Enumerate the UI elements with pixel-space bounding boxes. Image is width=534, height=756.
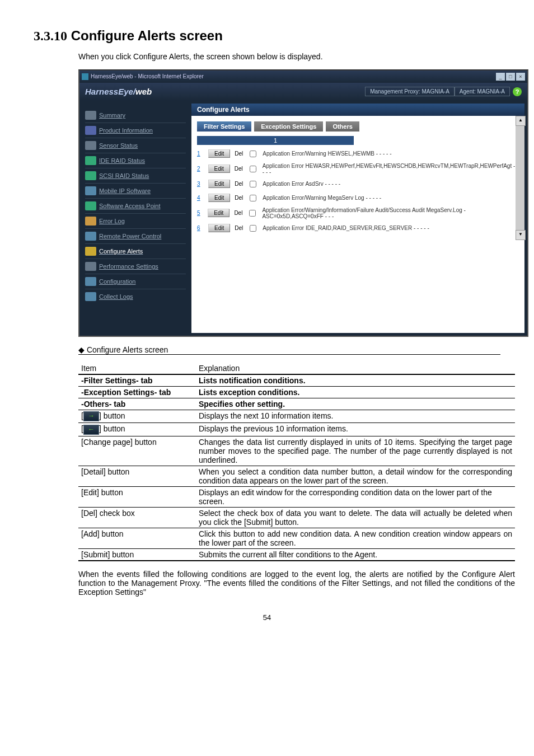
nav-label: Configuration: [99, 278, 135, 285]
row-text: Application Error/Warning HEWSEL,HEWMB -…: [263, 151, 391, 157]
scroll-up-button[interactable]: ▲: [516, 116, 526, 126]
del-checkbox[interactable]: [250, 225, 256, 232]
alert-row: 5 Edit Del Application Error/Warning/Inf…: [197, 206, 519, 220]
tab-others[interactable]: Others: [326, 121, 359, 132]
summary-icon: [85, 111, 96, 120]
footer-paragraph: When the events filled the following con…: [78, 570, 515, 597]
tab-filter-settings[interactable]: Filter Settings: [197, 121, 251, 132]
nav-ide-raid[interactable]: IDE RAID Status: [85, 154, 186, 167]
row-number-link[interactable]: 1: [197, 151, 204, 157]
nav-label: Collect Logs: [99, 293, 133, 300]
next-arrow-icon: →: [83, 411, 99, 421]
app-header: HarnessEye/web Management Proxy: MAGNIA-…: [79, 83, 527, 101]
col-header-explanation: Explanation: [196, 363, 515, 374]
error-log-icon: [85, 217, 96, 226]
button-suffix: button: [101, 411, 125, 420]
row-number-link[interactable]: 4: [197, 195, 204, 201]
scsi-raid-icon: [85, 171, 96, 180]
item-cell: [Change page] button: [78, 436, 196, 466]
button-suffix: button: [101, 424, 125, 433]
del-label: Del: [235, 151, 243, 157]
edit-button[interactable]: Edit: [208, 209, 229, 217]
row-text: Application Error/Warning MegaServ Log -…: [263, 195, 381, 201]
nav-collect-logs[interactable]: Collect Logs: [85, 290, 186, 303]
explanation-table: Item Explanation -Filter Settings- tab L…: [78, 363, 515, 561]
nav-software-ap[interactable]: Software Access Point: [85, 200, 186, 212]
prev-arrow-icon: ←: [83, 425, 99, 435]
edit-button[interactable]: Edit: [208, 165, 230, 173]
nav-scsi-raid[interactable]: SCSI RAID Status: [85, 170, 186, 182]
ie-icon: [82, 73, 88, 80]
del-label: Del: [235, 195, 243, 201]
nav-performance[interactable]: Performance Settings: [85, 260, 186, 273]
mobile-ip-icon: [85, 186, 96, 195]
edit-button[interactable]: Edit: [208, 149, 230, 158]
nav-product[interactable]: Product Information: [85, 124, 186, 137]
help-button[interactable]: ?: [513, 87, 522, 96]
item-cell: -Filter Settings- tab: [78, 374, 196, 387]
nav-summary[interactable]: Summary: [85, 109, 186, 121]
exp-cell: Lists notification conditions.: [196, 374, 515, 387]
item-cell: [Submit] button: [78, 548, 196, 561]
exp-cell: When you select a condition data number …: [196, 466, 515, 486]
del-label: Del: [235, 166, 243, 172]
nav-mobile-ip[interactable]: Mobile IP Software: [85, 185, 186, 197]
row-number-link[interactable]: 6: [197, 225, 204, 231]
tab-exception-settings[interactable]: Exception Settings: [254, 121, 323, 132]
alert-row: 6 Edit Del Application Error IDE_RAID,RA…: [197, 222, 519, 234]
col-header-item: Item: [78, 363, 196, 374]
sidebar: Summary Product Information Sensor Statu…: [79, 101, 189, 336]
close-button[interactable]: ×: [516, 73, 525, 81]
exp-cell: Displays the previous 10 information ite…: [196, 423, 515, 436]
edit-button[interactable]: Edit: [208, 180, 230, 188]
del-label: Del: [235, 225, 243, 231]
vertical-scrollbar[interactable]: ▲ ▼: [516, 116, 524, 240]
edit-button[interactable]: Edit: [208, 194, 230, 202]
exp-cell: Submits the current all filter condition…: [196, 548, 515, 561]
titlebar: HarnessEye/web - Microsoft Internet Expl…: [79, 71, 527, 83]
exp-cell: Select the check box of data you want to…: [196, 507, 515, 528]
row-text: Application Error IDE_RAID,RAID_SERVER,R…: [263, 225, 429, 231]
row-text: Application Error/Warning/Information/Fa…: [262, 207, 519, 219]
del-checkbox[interactable]: [250, 195, 256, 201]
nav-label: Performance Settings: [99, 263, 158, 270]
row-text: Application Error HEWASR,HEWPerf,HEWEvFl…: [263, 163, 519, 175]
del-checkbox[interactable]: [250, 181, 256, 187]
nav-configuration[interactable]: Configuration: [85, 275, 186, 288]
del-checkbox[interactable]: [250, 151, 256, 157]
nav-configure-alerts[interactable]: Configure Alerts: [85, 245, 186, 257]
nav-error-log[interactable]: Error Log: [85, 215, 186, 227]
logo-secondary: web: [135, 87, 152, 96]
nav-label: Software Access Point: [99, 203, 160, 209]
nav-label: Summary: [99, 112, 125, 119]
exp-cell: Changes the data list currently displaye…: [196, 436, 515, 466]
table-caption: ◆ Configure Alerts screen: [78, 345, 500, 355]
row-number-link[interactable]: 2: [197, 166, 204, 172]
row-number-link[interactable]: 3: [197, 181, 204, 187]
del-checkbox[interactable]: [250, 166, 256, 172]
performance-icon: [85, 262, 96, 271]
sensor-icon: [85, 141, 96, 150]
nav-sensor[interactable]: Sensor Status: [85, 139, 186, 152]
panel-title: Configure Alerts: [191, 104, 524, 116]
product-icon: [85, 126, 96, 135]
item-cell: [Del] check box: [78, 507, 196, 528]
item-cell: [←] button: [78, 423, 196, 436]
scroll-down-button[interactable]: ▼: [516, 230, 526, 240]
nav-label: Product Information: [99, 127, 153, 134]
alert-rows: 1 Edit Del Application Error/Warning HEW…: [197, 148, 519, 234]
intro-text: When you click Configure Alerts, the scr…: [78, 52, 500, 61]
maximize-button[interactable]: □: [506, 73, 515, 81]
exp-cell: Specifies other setting.: [196, 398, 515, 410]
del-checkbox[interactable]: [249, 210, 256, 217]
row-number-link[interactable]: 5: [197, 210, 203, 216]
nav-label: Configure Alerts: [99, 248, 143, 255]
nav-label: SCSI RAID Status: [99, 172, 149, 179]
nav-label: Mobile IP Software: [99, 187, 151, 194]
minimize-button[interactable]: _: [496, 73, 505, 81]
del-label: Del: [235, 181, 243, 187]
nav-remote-power[interactable]: Remote Power Control: [85, 230, 186, 242]
nav-label: IDE RAID Status: [99, 157, 145, 164]
alert-row: 3 Edit Del Application Error AsdSrv - - …: [197, 178, 519, 190]
edit-button[interactable]: Edit: [208, 224, 230, 232]
